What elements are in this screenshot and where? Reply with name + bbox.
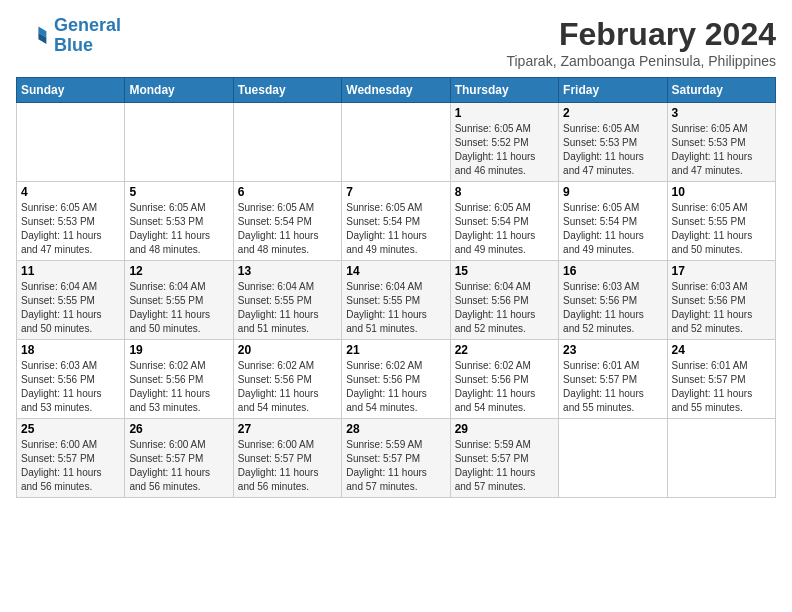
day-detail: Sunrise: 6:05 AM Sunset: 5:53 PM Dayligh… xyxy=(21,201,120,257)
calendar-cell: 17Sunrise: 6:03 AM Sunset: 5:56 PM Dayli… xyxy=(667,261,775,340)
calendar-cell xyxy=(667,419,775,498)
day-detail: Sunrise: 6:05 AM Sunset: 5:52 PM Dayligh… xyxy=(455,122,554,178)
day-number: 26 xyxy=(129,422,228,436)
logo: General Blue xyxy=(16,16,121,56)
calendar-cell: 19Sunrise: 6:02 AM Sunset: 5:56 PM Dayli… xyxy=(125,340,233,419)
calendar-cell xyxy=(342,103,450,182)
calendar-body: 1Sunrise: 6:05 AM Sunset: 5:52 PM Daylig… xyxy=(17,103,776,498)
header-friday: Friday xyxy=(559,78,667,103)
header-saturday: Saturday xyxy=(667,78,775,103)
day-detail: Sunrise: 6:05 AM Sunset: 5:54 PM Dayligh… xyxy=(238,201,337,257)
day-number: 14 xyxy=(346,264,445,278)
calendar-cell xyxy=(233,103,341,182)
day-detail: Sunrise: 6:04 AM Sunset: 5:55 PM Dayligh… xyxy=(238,280,337,336)
day-detail: Sunrise: 6:01 AM Sunset: 5:57 PM Dayligh… xyxy=(672,359,771,415)
day-number: 19 xyxy=(129,343,228,357)
calendar-cell: 13Sunrise: 6:04 AM Sunset: 5:55 PM Dayli… xyxy=(233,261,341,340)
calendar-title: February 2024 xyxy=(506,16,776,53)
day-number: 2 xyxy=(563,106,662,120)
calendar-cell: 12Sunrise: 6:04 AM Sunset: 5:55 PM Dayli… xyxy=(125,261,233,340)
day-number: 20 xyxy=(238,343,337,357)
calendar-cell: 16Sunrise: 6:03 AM Sunset: 5:56 PM Dayli… xyxy=(559,261,667,340)
day-detail: Sunrise: 5:59 AM Sunset: 5:57 PM Dayligh… xyxy=(455,438,554,494)
calendar-cell: 8Sunrise: 6:05 AM Sunset: 5:54 PM Daylig… xyxy=(450,182,558,261)
day-number: 11 xyxy=(21,264,120,278)
calendar-cell: 25Sunrise: 6:00 AM Sunset: 5:57 PM Dayli… xyxy=(17,419,125,498)
day-detail: Sunrise: 6:02 AM Sunset: 5:56 PM Dayligh… xyxy=(238,359,337,415)
calendar-cell: 20Sunrise: 6:02 AM Sunset: 5:56 PM Dayli… xyxy=(233,340,341,419)
calendar-cell: 15Sunrise: 6:04 AM Sunset: 5:56 PM Dayli… xyxy=(450,261,558,340)
day-number: 22 xyxy=(455,343,554,357)
calendar-cell: 7Sunrise: 6:05 AM Sunset: 5:54 PM Daylig… xyxy=(342,182,450,261)
calendar-cell: 1Sunrise: 6:05 AM Sunset: 5:52 PM Daylig… xyxy=(450,103,558,182)
header-thursday: Thursday xyxy=(450,78,558,103)
day-detail: Sunrise: 6:04 AM Sunset: 5:55 PM Dayligh… xyxy=(346,280,445,336)
day-number: 3 xyxy=(672,106,771,120)
day-detail: Sunrise: 6:03 AM Sunset: 5:56 PM Dayligh… xyxy=(563,280,662,336)
day-number: 28 xyxy=(346,422,445,436)
day-detail: Sunrise: 6:05 AM Sunset: 5:54 PM Dayligh… xyxy=(346,201,445,257)
calendar-header-row: SundayMondayTuesdayWednesdayThursdayFrid… xyxy=(17,78,776,103)
day-detail: Sunrise: 6:05 AM Sunset: 5:55 PM Dayligh… xyxy=(672,201,771,257)
day-detail: Sunrise: 6:04 AM Sunset: 5:56 PM Dayligh… xyxy=(455,280,554,336)
day-detail: Sunrise: 6:00 AM Sunset: 5:57 PM Dayligh… xyxy=(238,438,337,494)
page-header: General Blue February 2024 Tiparak, Zamb… xyxy=(16,16,776,69)
day-number: 1 xyxy=(455,106,554,120)
calendar-cell: 10Sunrise: 6:05 AM Sunset: 5:55 PM Dayli… xyxy=(667,182,775,261)
week-row-5: 25Sunrise: 6:00 AM Sunset: 5:57 PM Dayli… xyxy=(17,419,776,498)
day-number: 21 xyxy=(346,343,445,357)
day-detail: Sunrise: 6:00 AM Sunset: 5:57 PM Dayligh… xyxy=(129,438,228,494)
header-sunday: Sunday xyxy=(17,78,125,103)
day-number: 24 xyxy=(672,343,771,357)
calendar-cell: 28Sunrise: 5:59 AM Sunset: 5:57 PM Dayli… xyxy=(342,419,450,498)
day-number: 29 xyxy=(455,422,554,436)
calendar-cell xyxy=(559,419,667,498)
calendar-cell: 29Sunrise: 5:59 AM Sunset: 5:57 PM Dayli… xyxy=(450,419,558,498)
day-detail: Sunrise: 6:05 AM Sunset: 5:53 PM Dayligh… xyxy=(563,122,662,178)
day-detail: Sunrise: 6:03 AM Sunset: 5:56 PM Dayligh… xyxy=(21,359,120,415)
day-detail: Sunrise: 6:02 AM Sunset: 5:56 PM Dayligh… xyxy=(455,359,554,415)
day-detail: Sunrise: 6:05 AM Sunset: 5:53 PM Dayligh… xyxy=(672,122,771,178)
day-number: 25 xyxy=(21,422,120,436)
calendar-cell: 21Sunrise: 6:02 AM Sunset: 5:56 PM Dayli… xyxy=(342,340,450,419)
day-number: 18 xyxy=(21,343,120,357)
day-detail: Sunrise: 6:04 AM Sunset: 5:55 PM Dayligh… xyxy=(21,280,120,336)
day-number: 27 xyxy=(238,422,337,436)
day-detail: Sunrise: 6:03 AM Sunset: 5:56 PM Dayligh… xyxy=(672,280,771,336)
day-number: 15 xyxy=(455,264,554,278)
calendar-cell: 6Sunrise: 6:05 AM Sunset: 5:54 PM Daylig… xyxy=(233,182,341,261)
calendar-cell: 18Sunrise: 6:03 AM Sunset: 5:56 PM Dayli… xyxy=(17,340,125,419)
day-detail: Sunrise: 6:00 AM Sunset: 5:57 PM Dayligh… xyxy=(21,438,120,494)
calendar-cell: 27Sunrise: 6:00 AM Sunset: 5:57 PM Dayli… xyxy=(233,419,341,498)
day-number: 6 xyxy=(238,185,337,199)
day-detail: Sunrise: 6:05 AM Sunset: 5:54 PM Dayligh… xyxy=(455,201,554,257)
calendar-cell: 3Sunrise: 6:05 AM Sunset: 5:53 PM Daylig… xyxy=(667,103,775,182)
day-number: 12 xyxy=(129,264,228,278)
calendar-cell: 9Sunrise: 6:05 AM Sunset: 5:54 PM Daylig… xyxy=(559,182,667,261)
logo-icon xyxy=(16,20,48,52)
calendar-cell: 22Sunrise: 6:02 AM Sunset: 5:56 PM Dayli… xyxy=(450,340,558,419)
day-detail: Sunrise: 5:59 AM Sunset: 5:57 PM Dayligh… xyxy=(346,438,445,494)
logo-text: General Blue xyxy=(54,16,121,56)
calendar-table: SundayMondayTuesdayWednesdayThursdayFrid… xyxy=(16,77,776,498)
calendar-cell: 26Sunrise: 6:00 AM Sunset: 5:57 PM Dayli… xyxy=(125,419,233,498)
day-number: 7 xyxy=(346,185,445,199)
day-detail: Sunrise: 6:05 AM Sunset: 5:54 PM Dayligh… xyxy=(563,201,662,257)
week-row-4: 18Sunrise: 6:03 AM Sunset: 5:56 PM Dayli… xyxy=(17,340,776,419)
day-detail: Sunrise: 6:01 AM Sunset: 5:57 PM Dayligh… xyxy=(563,359,662,415)
calendar-subtitle: Tiparak, Zamboanga Peninsula, Philippine… xyxy=(506,53,776,69)
calendar-cell: 4Sunrise: 6:05 AM Sunset: 5:53 PM Daylig… xyxy=(17,182,125,261)
calendar-cell: 23Sunrise: 6:01 AM Sunset: 5:57 PM Dayli… xyxy=(559,340,667,419)
day-number: 23 xyxy=(563,343,662,357)
calendar-cell xyxy=(125,103,233,182)
day-detail: Sunrise: 6:05 AM Sunset: 5:53 PM Dayligh… xyxy=(129,201,228,257)
calendar-cell: 2Sunrise: 6:05 AM Sunset: 5:53 PM Daylig… xyxy=(559,103,667,182)
header-monday: Monday xyxy=(125,78,233,103)
logo-general: General xyxy=(54,15,121,35)
header-tuesday: Tuesday xyxy=(233,78,341,103)
day-detail: Sunrise: 6:04 AM Sunset: 5:55 PM Dayligh… xyxy=(129,280,228,336)
day-detail: Sunrise: 6:02 AM Sunset: 5:56 PM Dayligh… xyxy=(129,359,228,415)
day-number: 16 xyxy=(563,264,662,278)
week-row-1: 1Sunrise: 6:05 AM Sunset: 5:52 PM Daylig… xyxy=(17,103,776,182)
day-number: 17 xyxy=(672,264,771,278)
